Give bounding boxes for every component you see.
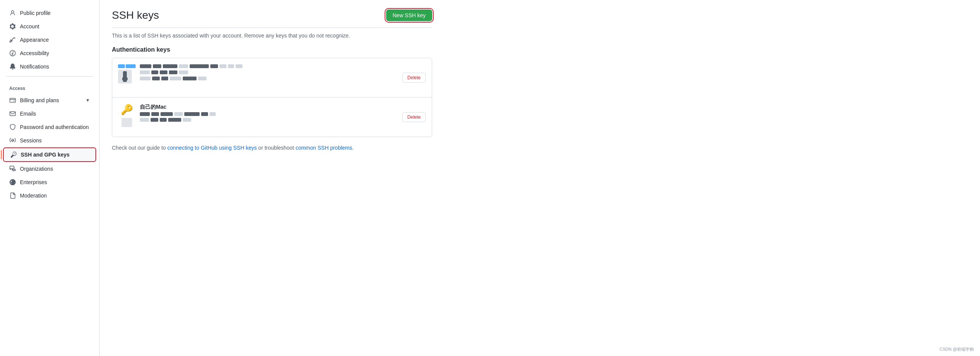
key-list: Delete 🔑 自己的Mac [112,58,432,137]
creditcard-icon [9,97,16,104]
new-ssh-key-button[interactable]: New SSH key [386,10,432,21]
sidebar-item-sessions[interactable]: Sessions [3,134,96,147]
sidebar-item-ssh-gpg[interactable]: SSH and GPG keys [3,147,96,162]
mail-icon [9,110,16,117]
sidebar-item-billing[interactable]: Billing and plans ▼ [3,94,96,107]
key-visual-1 [118,64,135,91]
sidebar-item-label: Accessibility [20,50,49,56]
sidebar-item-emails[interactable]: Emails [3,107,96,120]
ssh-problems-link[interactable]: common SSH problems [295,145,352,151]
sidebar-item-password[interactable]: Password and authentication [3,121,96,134]
delete-key-2-button[interactable]: Delete [402,112,426,122]
watermark: CSDN @前端学购 [940,346,974,352]
description-text: This is a list of SSH keys associated wi… [112,33,432,39]
delete-key-1-button[interactable]: Delete [402,73,426,83]
billing-item-row: Billing and plans ▼ [20,97,90,103]
main-header: SSH keys New SSH key [112,9,432,28]
key-main-area-1 [118,64,402,91]
key-info-1 [140,64,402,80]
sidebar-item-label: Sessions [20,137,42,144]
sidebar-item-appearance[interactable]: Appearance [3,33,96,46]
sidebar-item-label: Enterprises [20,179,47,185]
table-row: Delete [112,58,432,97]
sidebar-item-accessibility[interactable]: Accessibility [3,47,96,60]
sidebar-item-label: Public profile [20,10,51,16]
sidebar-item-label: Emails [20,111,36,117]
sidebar-item-moderation[interactable]: Moderation [3,189,96,202]
sidebar-divider [6,76,93,77]
sidebar-item-label: Billing and plans [20,97,59,103]
sidebar-item-label: SSH and GPG keys [21,152,70,158]
bell-icon [9,63,16,70]
gear-icon [9,23,16,30]
paintbrush-icon [9,36,16,43]
key-name-2: 自己的Mac [140,104,402,111]
sidebar-item-label: Appearance [20,37,49,43]
sidebar-item-account[interactable]: Account [3,20,96,33]
shield-icon [9,124,16,131]
table-icon [9,165,16,172]
sidebar: Public profile Account Appearance Access… [0,0,100,356]
ssh-keys-link[interactable]: connecting to GitHub using SSH keys [167,145,257,151]
accessibility-icon [9,50,16,57]
sidebar-item-label: Password and authentication [20,124,89,130]
key-icon [10,151,17,158]
sidebar-item-label: Notifications [20,64,49,70]
page-title: SSH keys [112,9,159,21]
sidebar-item-enterprises[interactable]: Enterprises [3,176,96,189]
key-info-2: 自己的Mac [140,104,402,122]
sidebar-item-notifications[interactable]: Notifications [3,60,96,73]
sidebar-item-label: Moderation [20,193,47,199]
main-content: SSH keys New SSH key This is a list of S… [100,0,444,356]
sidebar-item-organizations[interactable]: Organizations [3,162,96,175]
chevron-down-icon: ▼ [85,98,90,103]
globe-icon [9,179,16,186]
auth-section-title: Authentication keys [112,46,432,53]
footer-text: Check out our guide to connecting to Git… [112,145,432,151]
sidebar-item-public-profile[interactable]: Public profile [3,7,96,20]
file-icon [9,192,16,199]
person-icon [9,10,16,16]
key-main-area-2: 🔑 自己的Mac [118,104,402,131]
broadcast-icon [9,137,16,144]
sidebar-item-label: Account [20,23,39,29]
table-row: 🔑 自己的Mac [112,97,432,137]
sidebar-item-label: Organizations [20,166,53,172]
key-visual-2: 🔑 [118,104,135,131]
access-section-label: Access [0,80,99,93]
